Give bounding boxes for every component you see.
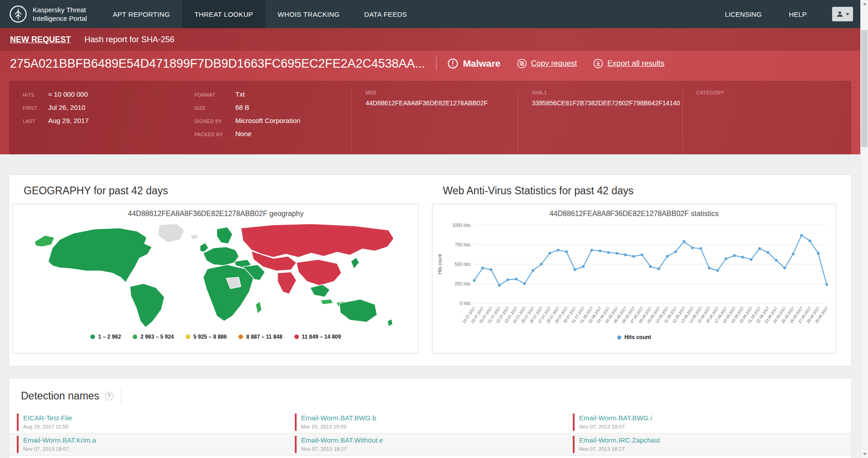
charts-card: GEOGRAPHY for past 42 days 44D88612FEA8A… (9, 175, 851, 366)
detection-name-link[interactable]: Email-Worm.BAT.Without.e (301, 436, 383, 444)
legend-label: 5 925 – 8 886 (193, 334, 227, 340)
legend-label: Hits count (625, 334, 651, 340)
nav-link-help[interactable]: HELP (775, 10, 820, 18)
svg-text:1000 hits: 1000 hits (452, 223, 471, 228)
detection-name-link[interactable]: EICAR-Test-File (23, 414, 72, 422)
malware-warning-icon (447, 58, 458, 69)
details-column-sha1: SHA-1 3395856CE81F2B7382DEE72602F798B642… (518, 90, 682, 154)
copy-request-label: Copy request (531, 59, 577, 68)
top-navbar: Kaspersky Threat Intelligence Portal APT… (0, 0, 860, 28)
detection-name-link[interactable]: Email-Worm.BAT.BWG.i (579, 414, 652, 422)
divider (121, 386, 121, 405)
legend-dot-green2-icon (133, 335, 137, 339)
main-content: GEOGRAPHY for past 42 days 44D88612FEA8A… (0, 158, 860, 458)
map-legend-item: 5 925 – 8 886 (186, 334, 227, 340)
map-region-uk (200, 243, 208, 252)
user-icon (836, 10, 843, 18)
map-region-australia (339, 299, 377, 322)
breadcrumb: NEW REQUEST Hash report for SHA-256 (0, 28, 860, 51)
map-legend-item: 8 887 – 11 848 (238, 334, 282, 340)
size-label: SIZE (194, 104, 235, 113)
list-item: Email-Worm.BAT.BWG.i Nov 07, 2013 18:07 (573, 414, 851, 431)
list-item: Email-Worm.IRC.Zapchast Nov 07, 2013 18:… (573, 436, 851, 453)
geography-heading: GEOGRAPHY for past 42 days (24, 185, 419, 197)
details-column-md5: MD5 44D88612FEA8A8F36DE82E1278ABB02F (352, 90, 518, 154)
hash-row: 275A021BBFB6489E54D471899F7DB9D1663FC695… (0, 51, 860, 76)
first-seen-value: Jul 26, 2010 (48, 103, 85, 112)
sha1-value: 3395856CE81F2B7382DEE72602F798B642F14140 (532, 99, 669, 107)
details-column-category: CATEGORY (682, 90, 851, 154)
export-results-button[interactable]: Export all results (593, 59, 665, 69)
line-chart-legend: Hits count (432, 334, 836, 340)
verdict-badge: Malware (447, 58, 501, 69)
arrow-up-icon (863, 3, 867, 5)
md5-value: 44D88612FEA8A8F36DE82E1278ABB02F (366, 99, 504, 107)
packed-by-label: PACKED BY (194, 130, 235, 139)
statistics-chart-box: 44D88612FEA8A8F36DE82E1278ABB02F statist… (432, 204, 836, 354)
category-label: CATEGORY (696, 90, 838, 95)
nav-link-licensing[interactable]: LICENSING (711, 10, 775, 18)
list-item: EICAR-Test-File Aug 29, 2017 11:50 (17, 414, 295, 431)
detection-date: Nov 07, 2013 18:07 (23, 446, 295, 452)
nav-item-whois-tracking[interactable]: WHOIS TRACKING (265, 0, 352, 28)
legend-label: 11 849 – 14 809 (302, 334, 341, 340)
legend-label: 2 963 – 5 924 (140, 334, 174, 340)
vertical-scrollbar[interactable] (860, 0, 868, 458)
map-region-europe (203, 247, 238, 266)
copy-request-button[interactable]: Copy request (517, 59, 577, 69)
sha1-label: SHA-1 (532, 90, 669, 95)
statistics-heading: Web Anti-Virus Statistics for past 42 da… (443, 185, 836, 197)
main-nav: APT REPORTING THREAT LOOKUP WHOIS TRACKI… (100, 0, 419, 28)
map-region-south-america (130, 283, 164, 327)
legend-label: 8 887 – 11 848 (246, 334, 282, 340)
map-region-alaska (35, 235, 55, 246)
detection-name-link[interactable]: Email-Worm.IRC.Zapchast (579, 436, 660, 444)
geography-chart-title: 44D88612FEA8A8F36DE82E1278ABB02F geograp… (13, 210, 418, 219)
table-row: Email-Worm.BAT.Krim.a Nov 07, 2013 18:07… (9, 433, 851, 456)
list-item: Email-Worm.BAT.BWG.b Mar 25, 2013 19:09 (295, 414, 573, 431)
detection-names-header: Detection names ? (9, 388, 851, 404)
scrollbar-thumb[interactable] (861, 30, 868, 147)
map-region-india (278, 272, 297, 294)
map-region-north-america (48, 228, 152, 282)
nav-item-apt-reporting[interactable]: APT REPORTING (100, 0, 182, 28)
nav-item-data-feeds[interactable]: DATA FEEDS (352, 0, 419, 28)
new-request-link[interactable]: NEW REQUEST (10, 35, 71, 44)
svg-text:250 hits: 250 hits (455, 281, 471, 286)
brand-title: Kaspersky Threat Intelligence Portal (33, 5, 87, 23)
list-item: Email-Worm.BAT.Krim.a Nov 07, 2013 18:07 (17, 436, 295, 453)
format-value: Txt (235, 90, 245, 98)
copy-icon (517, 59, 527, 69)
sha256-hash-title: 275A021BBFB6489E54D471899F7DB9D1663FC695… (10, 57, 425, 71)
legend-dot-orange-icon (238, 335, 243, 339)
map-legend-item: 1 – 2 962 (90, 334, 121, 340)
user-menu-button[interactable] (832, 7, 853, 21)
packed-by-value: None (235, 129, 252, 138)
kaspersky-logo-icon (9, 5, 27, 23)
map-region-scandinavia (217, 227, 233, 244)
nav-item-threat-lookup[interactable]: THREAT LOOKUP (182, 0, 265, 28)
file-details-panel: HITS≈ 10 000 000 FIRSTJul 26, 2010 LASTA… (9, 81, 851, 154)
hits-line-chart: 0 hits250 hits500 hits750 hits1000 hits1… (435, 219, 833, 333)
help-icon[interactable]: ? (105, 392, 114, 400)
detection-name-link[interactable]: Email-Worm.BAT.Krim.a (23, 436, 96, 444)
detection-name-link[interactable]: Email-Worm.BAT.BWG.b (301, 414, 376, 422)
brand-home-link[interactable]: Kaspersky Threat Intelligence Portal (0, 0, 100, 28)
map-region-iceland (191, 234, 198, 240)
detection-names-list: EICAR-Test-File Aug 29, 2017 11:50 Email… (9, 411, 851, 456)
map-legend: 1 – 2 962 2 963 – 5 924 5 925 – 8 886 8 … (13, 334, 418, 340)
scrollbar-down-button[interactable] (861, 450, 868, 458)
world-map-chart (27, 221, 404, 333)
last-seen-label: LAST (23, 117, 48, 126)
hits-value: ≈ 10 000 000 (48, 90, 88, 98)
details-column-hits: HITS≈ 10 000 000 FIRSTJul 26, 2010 LASTA… (9, 90, 181, 154)
legend-dot-green-icon (90, 335, 95, 339)
svg-text:0 hits: 0 hits (460, 301, 471, 306)
divider (436, 57, 436, 70)
verdict-label: Malware (463, 58, 501, 69)
map-region-indonesia-west (321, 299, 333, 305)
scrollbar-up-button[interactable] (861, 0, 868, 8)
map-region-madagascar (256, 301, 262, 314)
details-column-format: FORMATTxt SIZE68 B SIGNED BYMicrosoft Co… (181, 90, 352, 154)
signed-by-label: SIGNED BY (194, 117, 235, 126)
